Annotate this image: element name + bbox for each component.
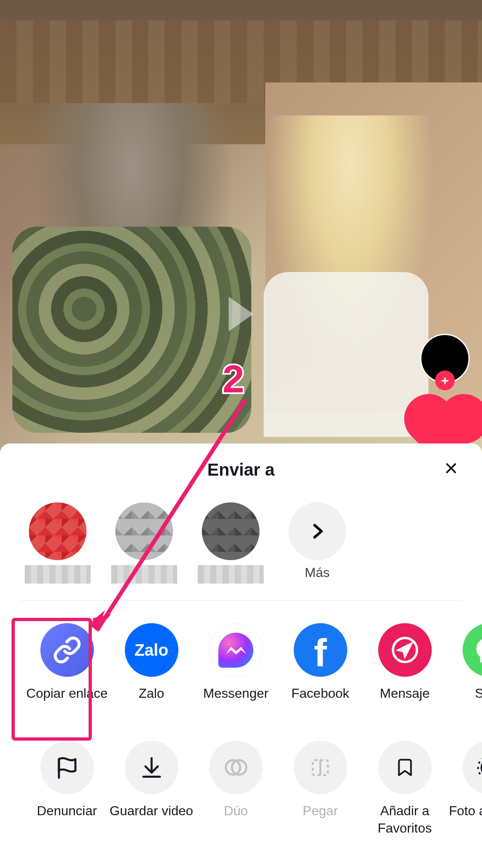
follow-plus-icon[interactable]: +: [435, 371, 455, 390]
livephoto-label: Foto animada: [449, 802, 482, 835]
bookmark-icon: [395, 755, 415, 780]
chevron-right-icon: [307, 521, 328, 542]
copy-link-label: Copiar enlace: [26, 685, 108, 718]
stitch-label: Pegar: [303, 802, 338, 835]
save-video-label: Guardar video: [110, 802, 193, 835]
contact-avatar: [202, 502, 260, 560]
messenger-icon: [218, 633, 253, 668]
contact-name-blurred: [25, 565, 91, 584]
facebook-icon: f: [314, 631, 327, 676]
stitch-button: Pegar: [278, 741, 363, 837]
facebook-share-button[interactable]: f Facebook: [278, 623, 363, 718]
sms-share-button[interactable]: SMS: [447, 623, 482, 718]
video-right-actions: +: [420, 334, 470, 457]
download-icon: [139, 755, 164, 780]
actions-row: Denunciar Guardar video Dúo: [0, 718, 482, 837]
share-apps-row: Copiar enlace Zalo Zalo Messenger f Face…: [0, 601, 482, 718]
share-sheet: Enviar a Más: [0, 443, 482, 868]
mensaje-label: Mensaje: [380, 685, 430, 718]
close-icon: [443, 460, 459, 476]
messenger-label: Messenger: [203, 685, 268, 718]
favorite-button[interactable]: Añadir a Favoritos: [363, 741, 447, 837]
creator-avatar[interactable]: +: [420, 334, 470, 383]
send-icon: [391, 636, 419, 664]
copy-link-button[interactable]: Copiar enlace: [25, 623, 109, 718]
contact-user-1[interactable]: [21, 502, 95, 584]
mensaje-share-button[interactable]: Mensaje: [363, 623, 447, 718]
close-button[interactable]: [441, 458, 461, 479]
sms-label: SMS: [475, 685, 482, 718]
annotation-step-number: 2: [222, 357, 244, 401]
report-button[interactable]: Denunciar: [25, 741, 109, 837]
link-icon: [53, 636, 82, 664]
livephoto-button[interactable]: Foto animada: [447, 741, 482, 837]
zalo-share-button[interactable]: Zalo Zalo: [109, 623, 194, 718]
play-icon: [229, 297, 253, 331]
flag-icon: [55, 755, 80, 780]
zalo-icon: Zalo: [134, 641, 168, 659]
contact-user-3[interactable]: [194, 502, 268, 584]
contact-avatar: [115, 502, 173, 560]
messenger-share-button[interactable]: Messenger: [194, 623, 278, 718]
more-contacts-label: Más: [305, 565, 330, 580]
contact-name-blurred: [198, 565, 264, 584]
speech-bubble-icon: [474, 635, 482, 666]
share-sheet-title: Enviar a: [207, 460, 274, 480]
duet-button: Dúo: [194, 741, 278, 837]
save-video-button[interactable]: Guardar video: [109, 741, 194, 837]
livephoto-icon: [476, 754, 482, 781]
zalo-label: Zalo: [138, 685, 164, 718]
duet-label: Dúo: [224, 802, 248, 835]
contact-name-blurred: [111, 565, 177, 584]
favorite-label: Añadir a Favoritos: [363, 802, 447, 837]
stitch-icon: [309, 756, 332, 779]
contact-user-2[interactable]: [107, 502, 181, 584]
facebook-label: Facebook: [291, 685, 349, 718]
contacts-row: Más: [0, 492, 482, 600]
report-label: Denunciar: [37, 802, 97, 835]
duet-icon: [224, 755, 248, 780]
more-contacts-button[interactable]: Más: [280, 502, 354, 580]
contact-avatar: [29, 502, 87, 560]
